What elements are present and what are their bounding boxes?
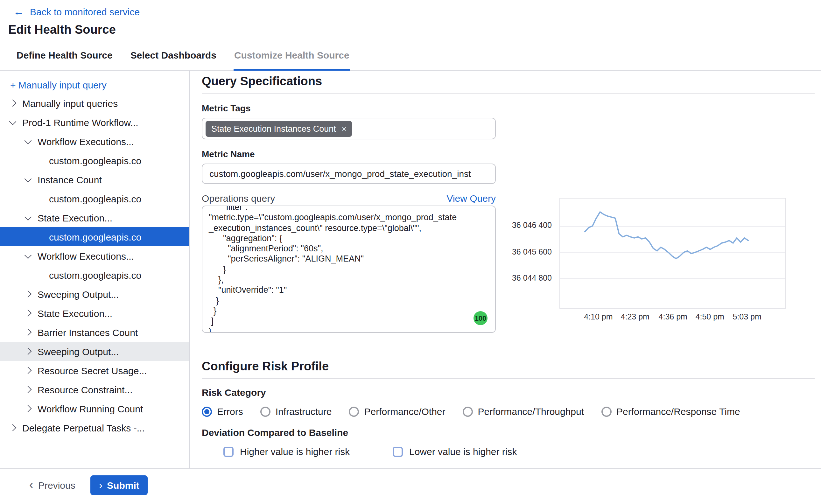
- deviation-label: Deviation Compared to Baseline: [202, 427, 815, 438]
- metric-name-label: Metric Name: [202, 149, 815, 159]
- checkbox-icon: [393, 446, 403, 457]
- deviation-checkbox-group: Higher value is higher risk Lower value …: [223, 446, 815, 457]
- chevron-right-icon[interactable]: [25, 367, 32, 374]
- tree-item-custom-metric-1[interactable]: custom.googleapis.co: [0, 151, 189, 170]
- tree-item-custom-metric-2[interactable]: custom.googleapis.co: [0, 189, 189, 208]
- page-header: ← Back to monitored service Edit Health …: [0, 0, 821, 37]
- checkbox-higher-value-higher-risk[interactable]: Higher value is higher risk: [223, 446, 393, 457]
- previous-button[interactable]: ‹ Previous: [29, 479, 75, 491]
- tree-item-manually-input-queries[interactable]: Manually input queries: [0, 94, 189, 113]
- chevron-right-icon[interactable]: [25, 405, 32, 412]
- metric-preview-chart: 36 046 40036 045 60036 044 800 4:10 pm4:…: [498, 198, 786, 325]
- risk-category-label: Risk Category: [202, 387, 815, 398]
- view-query-link[interactable]: View Query: [446, 193, 496, 204]
- chevron-down-icon[interactable]: [25, 213, 32, 221]
- chevron-right-icon[interactable]: [25, 310, 32, 317]
- operations-query-column: Operations query View Query "filter": "m…: [202, 184, 496, 333]
- radio-performance-other[interactable]: Performance/Other: [349, 406, 445, 417]
- radio-selected-icon: [202, 406, 212, 417]
- manually-input-query-button[interactable]: + Manually input query: [0, 76, 189, 94]
- radio-errors[interactable]: Errors: [202, 406, 243, 417]
- tree-item-workflow-executions-2[interactable]: Workflow Executions...: [0, 246, 189, 265]
- tree-item-resource-secret-usage[interactable]: Resource Secret Usage...: [0, 361, 189, 380]
- chart-plot: [559, 198, 786, 309]
- tree-item-state-execution-2[interactable]: State Execution...: [0, 304, 189, 323]
- metric-tag-chip: State Execution Instances Count ×: [206, 121, 352, 137]
- radio-performance-response-time[interactable]: Performance/Response Time: [601, 406, 740, 417]
- tree-item-barrier-instances-count[interactable]: Barrier Instances Count: [0, 323, 189, 342]
- page-body: + Manually input query Manually input qu…: [0, 71, 821, 468]
- query-specifications-title: Query Specifications: [202, 74, 815, 88]
- operations-query-textarea[interactable]: "filter": "metric.type=\"custom.googleap…: [202, 206, 496, 333]
- radio-performance-throughput[interactable]: Performance/Throughput: [463, 406, 584, 417]
- tree-item-custom-metric-3[interactable]: custom.googleapis.co: [0, 265, 189, 284]
- tree-item-delegate-perpetual-tasks[interactable]: Delegate Perpetual Tasks -...: [0, 418, 189, 437]
- tree-item-sweeping-output-2[interactable]: Sweeping Output...: [0, 342, 189, 361]
- chart-x-tick-label: 4:50 pm: [696, 312, 724, 321]
- metric-tags-input[interactable]: State Execution Instances Count ×: [202, 118, 496, 139]
- query-count-badge: 100: [474, 311, 488, 325]
- wizard-footer: ‹ Previous › Submit: [0, 468, 821, 501]
- tree-item-custom-metric-selected[interactable]: custom.googleapis.co: [0, 227, 189, 246]
- tab-customize-health-source[interactable]: Customize Health Source: [234, 43, 350, 71]
- metric-tags-label: Metric Tags: [202, 103, 815, 113]
- tree-item-state-execution-1[interactable]: State Execution...: [0, 208, 189, 227]
- tree-item-prod-1-runtime-workflow[interactable]: Prod-1 Runtime Workflow...: [0, 113, 189, 132]
- tree-item-workflow-executions-1[interactable]: Workflow Executions...: [0, 132, 189, 151]
- metric-tag-chip-label: State Execution Instances Count: [211, 124, 336, 133]
- chart-line-svg: [560, 199, 785, 308]
- radio-icon: [463, 406, 473, 417]
- chart-x-tick-label: 4:36 pm: [659, 312, 687, 321]
- checkbox-icon: [223, 446, 234, 457]
- chart-x-tick-label: 4:23 pm: [621, 312, 649, 321]
- back-arrow-icon: ←: [13, 6, 24, 17]
- divider: [202, 378, 815, 379]
- tab-define-health-source[interactable]: Define Health Source: [16, 43, 113, 71]
- query-and-chart-row: Operations query View Query "filter": "m…: [202, 184, 815, 333]
- risk-category-radio-group: Errors Infrastructure Performance/Other …: [202, 406, 815, 417]
- chart-y-tick-label: 36 044 800: [512, 274, 552, 283]
- metric-name-input[interactable]: custom.googleapis.com/user/x_mongo_prod_…: [202, 164, 496, 184]
- tree-item-resource-constraint[interactable]: Resource Constraint...: [0, 380, 189, 399]
- chevron-right-icon[interactable]: [25, 386, 32, 393]
- chart-y-axis: 36 046 40036 045 60036 044 800: [498, 198, 552, 309]
- chevron-right-icon[interactable]: [25, 329, 32, 336]
- chevron-down-icon[interactable]: [25, 137, 32, 144]
- edit-health-source-page: ← Back to monitored service Edit Health …: [0, 0, 821, 504]
- chart-x-tick-label: 4:10 pm: [584, 312, 613, 321]
- chevron-down-icon[interactable]: [25, 251, 32, 259]
- chevron-down-icon[interactable]: [9, 118, 17, 125]
- configure-risk-profile-title: Configure Risk Profile: [202, 360, 815, 374]
- query-tree-sidebar: + Manually input query Manually input qu…: [0, 71, 190, 468]
- chevron-down-icon[interactable]: [25, 175, 32, 182]
- chevron-right-icon[interactable]: [9, 424, 17, 431]
- query-specifications-panel: Query Specifications Metric Tags State E…: [190, 71, 821, 468]
- tree-item-sweeping-output-1[interactable]: Sweeping Output...: [0, 284, 189, 304]
- chart-y-tick-label: 36 046 400: [512, 221, 552, 230]
- submit-button[interactable]: › Submit: [91, 475, 148, 495]
- back-to-monitored-service-link[interactable]: ← Back to monitored service: [13, 6, 821, 17]
- operations-query-label: Operations query: [202, 193, 275, 204]
- chart-x-tick-label: 5:03 pm: [733, 312, 761, 321]
- wizard-tabs: Define Health Source Select Dashboards C…: [0, 43, 821, 71]
- chevron-right-icon[interactable]: [25, 291, 32, 298]
- chart-x-axis: 4:10 pm4:23 pm4:36 pm4:50 pm5:03 pm: [559, 309, 786, 325]
- radio-icon: [601, 406, 611, 417]
- radio-icon: [349, 406, 359, 417]
- tab-select-dashboards[interactable]: Select Dashboards: [130, 43, 217, 71]
- chevron-right-icon: ›: [99, 479, 102, 490]
- radio-infrastructure[interactable]: Infrastructure: [260, 406, 332, 417]
- checkbox-lower-value-higher-risk[interactable]: Lower value is higher risk: [393, 446, 517, 457]
- chevron-right-icon[interactable]: [9, 100, 17, 107]
- chart-y-tick-label: 36 045 600: [512, 247, 552, 256]
- tree-item-instance-count[interactable]: Instance Count: [0, 170, 189, 189]
- divider: [202, 93, 815, 94]
- chevron-right-icon[interactable]: [25, 348, 32, 355]
- remove-tag-icon[interactable]: ×: [342, 124, 347, 133]
- radio-icon: [260, 406, 270, 417]
- tree-item-workflow-running-count[interactable]: Workflow Running Count: [0, 399, 189, 418]
- operations-query-text: "filter": "metric.type=\"custom.googleap…: [209, 206, 489, 333]
- page-title: Edit Health Source: [8, 23, 821, 37]
- back-link-label: Back to monitored service: [30, 6, 140, 17]
- chevron-left-icon: ‹: [29, 479, 33, 491]
